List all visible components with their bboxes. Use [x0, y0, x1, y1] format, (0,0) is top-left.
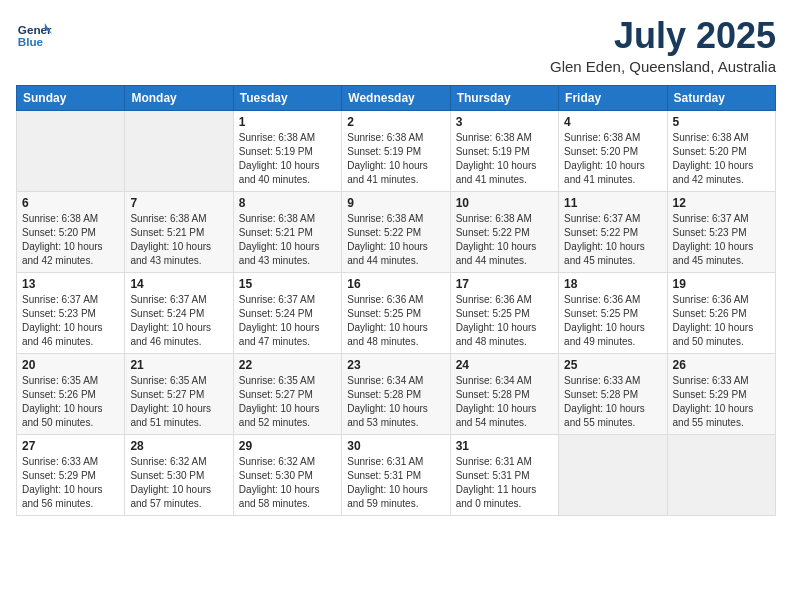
calendar-cell: 27Sunrise: 6:33 AM Sunset: 5:29 PM Dayli…: [17, 434, 125, 515]
calendar-cell: 31Sunrise: 6:31 AM Sunset: 5:31 PM Dayli…: [450, 434, 558, 515]
day-number: 21: [130, 358, 227, 372]
day-number: 10: [456, 196, 553, 210]
calendar-table: SundayMondayTuesdayWednesdayThursdayFrid…: [16, 85, 776, 516]
day-info: Sunrise: 6:37 AM Sunset: 5:23 PM Dayligh…: [673, 212, 770, 268]
calendar-cell: 16Sunrise: 6:36 AM Sunset: 5:25 PM Dayli…: [342, 272, 450, 353]
day-info: Sunrise: 6:38 AM Sunset: 5:19 PM Dayligh…: [239, 131, 336, 187]
day-number: 23: [347, 358, 444, 372]
calendar-cell: [667, 434, 775, 515]
day-number: 31: [456, 439, 553, 453]
day-number: 4: [564, 115, 661, 129]
weekday-header-tuesday: Tuesday: [233, 85, 341, 110]
calendar-cell: [559, 434, 667, 515]
day-info: Sunrise: 6:38 AM Sunset: 5:20 PM Dayligh…: [22, 212, 119, 268]
calendar-cell: 11Sunrise: 6:37 AM Sunset: 5:22 PM Dayli…: [559, 191, 667, 272]
calendar-cell: 21Sunrise: 6:35 AM Sunset: 5:27 PM Dayli…: [125, 353, 233, 434]
calendar-week-3: 13Sunrise: 6:37 AM Sunset: 5:23 PM Dayli…: [17, 272, 776, 353]
day-info: Sunrise: 6:38 AM Sunset: 5:20 PM Dayligh…: [673, 131, 770, 187]
calendar-cell: 23Sunrise: 6:34 AM Sunset: 5:28 PM Dayli…: [342, 353, 450, 434]
calendar-cell: 24Sunrise: 6:34 AM Sunset: 5:28 PM Dayli…: [450, 353, 558, 434]
day-number: 17: [456, 277, 553, 291]
calendar-cell: 30Sunrise: 6:31 AM Sunset: 5:31 PM Dayli…: [342, 434, 450, 515]
logo: General Blue: [16, 16, 52, 52]
day-info: Sunrise: 6:36 AM Sunset: 5:25 PM Dayligh…: [456, 293, 553, 349]
day-info: Sunrise: 6:36 AM Sunset: 5:25 PM Dayligh…: [564, 293, 661, 349]
day-number: 30: [347, 439, 444, 453]
day-number: 24: [456, 358, 553, 372]
calendar-cell: 17Sunrise: 6:36 AM Sunset: 5:25 PM Dayli…: [450, 272, 558, 353]
day-number: 3: [456, 115, 553, 129]
calendar-cell: 10Sunrise: 6:38 AM Sunset: 5:22 PM Dayli…: [450, 191, 558, 272]
day-number: 9: [347, 196, 444, 210]
weekday-header-saturday: Saturday: [667, 85, 775, 110]
day-number: 16: [347, 277, 444, 291]
day-info: Sunrise: 6:36 AM Sunset: 5:25 PM Dayligh…: [347, 293, 444, 349]
calendar-cell: 9Sunrise: 6:38 AM Sunset: 5:22 PM Daylig…: [342, 191, 450, 272]
calendar-cell: 26Sunrise: 6:33 AM Sunset: 5:29 PM Dayli…: [667, 353, 775, 434]
weekday-header-sunday: Sunday: [17, 85, 125, 110]
day-number: 1: [239, 115, 336, 129]
calendar-week-4: 20Sunrise: 6:35 AM Sunset: 5:26 PM Dayli…: [17, 353, 776, 434]
day-info: Sunrise: 6:38 AM Sunset: 5:22 PM Dayligh…: [347, 212, 444, 268]
logo-icon: General Blue: [16, 16, 52, 52]
weekday-header-row: SundayMondayTuesdayWednesdayThursdayFrid…: [17, 85, 776, 110]
calendar-week-5: 27Sunrise: 6:33 AM Sunset: 5:29 PM Dayli…: [17, 434, 776, 515]
day-number: 11: [564, 196, 661, 210]
calendar-cell: 3Sunrise: 6:38 AM Sunset: 5:19 PM Daylig…: [450, 110, 558, 191]
calendar-cell: 20Sunrise: 6:35 AM Sunset: 5:26 PM Dayli…: [17, 353, 125, 434]
calendar-cell: 8Sunrise: 6:38 AM Sunset: 5:21 PM Daylig…: [233, 191, 341, 272]
day-info: Sunrise: 6:38 AM Sunset: 5:21 PM Dayligh…: [239, 212, 336, 268]
day-number: 7: [130, 196, 227, 210]
calendar-cell: 12Sunrise: 6:37 AM Sunset: 5:23 PM Dayli…: [667, 191, 775, 272]
weekday-header-thursday: Thursday: [450, 85, 558, 110]
day-number: 8: [239, 196, 336, 210]
day-info: Sunrise: 6:34 AM Sunset: 5:28 PM Dayligh…: [347, 374, 444, 430]
day-info: Sunrise: 6:37 AM Sunset: 5:23 PM Dayligh…: [22, 293, 119, 349]
calendar-cell: 6Sunrise: 6:38 AM Sunset: 5:20 PM Daylig…: [17, 191, 125, 272]
calendar-cell: 2Sunrise: 6:38 AM Sunset: 5:19 PM Daylig…: [342, 110, 450, 191]
calendar-cell: 1Sunrise: 6:38 AM Sunset: 5:19 PM Daylig…: [233, 110, 341, 191]
day-info: Sunrise: 6:38 AM Sunset: 5:22 PM Dayligh…: [456, 212, 553, 268]
calendar-cell: 18Sunrise: 6:36 AM Sunset: 5:25 PM Dayli…: [559, 272, 667, 353]
day-info: Sunrise: 6:32 AM Sunset: 5:30 PM Dayligh…: [239, 455, 336, 511]
day-number: 25: [564, 358, 661, 372]
day-number: 28: [130, 439, 227, 453]
day-info: Sunrise: 6:38 AM Sunset: 5:19 PM Dayligh…: [347, 131, 444, 187]
day-info: Sunrise: 6:38 AM Sunset: 5:20 PM Dayligh…: [564, 131, 661, 187]
calendar-cell: 15Sunrise: 6:37 AM Sunset: 5:24 PM Dayli…: [233, 272, 341, 353]
day-number: 19: [673, 277, 770, 291]
calendar-cell: 13Sunrise: 6:37 AM Sunset: 5:23 PM Dayli…: [17, 272, 125, 353]
calendar-cell: [17, 110, 125, 191]
title-block: July 2025 Glen Eden, Queensland, Austral…: [550, 16, 776, 75]
day-info: Sunrise: 6:37 AM Sunset: 5:22 PM Dayligh…: [564, 212, 661, 268]
day-info: Sunrise: 6:33 AM Sunset: 5:29 PM Dayligh…: [22, 455, 119, 511]
day-info: Sunrise: 6:31 AM Sunset: 5:31 PM Dayligh…: [347, 455, 444, 511]
day-number: 26: [673, 358, 770, 372]
day-info: Sunrise: 6:37 AM Sunset: 5:24 PM Dayligh…: [130, 293, 227, 349]
day-info: Sunrise: 6:32 AM Sunset: 5:30 PM Dayligh…: [130, 455, 227, 511]
day-number: 14: [130, 277, 227, 291]
day-number: 5: [673, 115, 770, 129]
calendar-cell: 28Sunrise: 6:32 AM Sunset: 5:30 PM Dayli…: [125, 434, 233, 515]
day-info: Sunrise: 6:31 AM Sunset: 5:31 PM Dayligh…: [456, 455, 553, 511]
page-header: General Blue July 2025 Glen Eden, Queens…: [16, 16, 776, 75]
calendar-cell: 19Sunrise: 6:36 AM Sunset: 5:26 PM Dayli…: [667, 272, 775, 353]
day-info: Sunrise: 6:38 AM Sunset: 5:21 PM Dayligh…: [130, 212, 227, 268]
day-info: Sunrise: 6:36 AM Sunset: 5:26 PM Dayligh…: [673, 293, 770, 349]
calendar-week-2: 6Sunrise: 6:38 AM Sunset: 5:20 PM Daylig…: [17, 191, 776, 272]
location: Glen Eden, Queensland, Australia: [550, 58, 776, 75]
day-number: 22: [239, 358, 336, 372]
day-number: 15: [239, 277, 336, 291]
day-info: Sunrise: 6:33 AM Sunset: 5:29 PM Dayligh…: [673, 374, 770, 430]
month-title: July 2025: [550, 16, 776, 56]
day-number: 13: [22, 277, 119, 291]
weekday-header-wednesday: Wednesday: [342, 85, 450, 110]
day-info: Sunrise: 6:33 AM Sunset: 5:28 PM Dayligh…: [564, 374, 661, 430]
day-number: 12: [673, 196, 770, 210]
calendar-cell: 5Sunrise: 6:38 AM Sunset: 5:20 PM Daylig…: [667, 110, 775, 191]
day-info: Sunrise: 6:35 AM Sunset: 5:26 PM Dayligh…: [22, 374, 119, 430]
calendar-cell: 14Sunrise: 6:37 AM Sunset: 5:24 PM Dayli…: [125, 272, 233, 353]
day-info: Sunrise: 6:35 AM Sunset: 5:27 PM Dayligh…: [239, 374, 336, 430]
day-number: 2: [347, 115, 444, 129]
calendar-cell: 7Sunrise: 6:38 AM Sunset: 5:21 PM Daylig…: [125, 191, 233, 272]
